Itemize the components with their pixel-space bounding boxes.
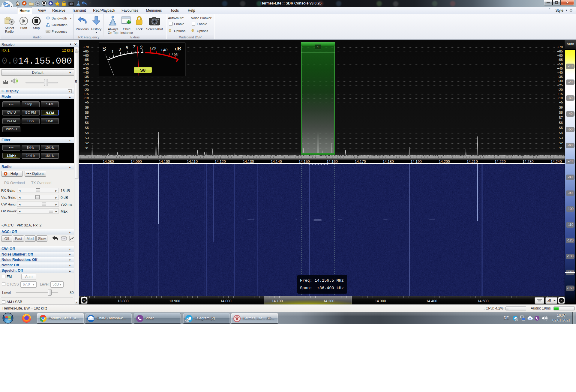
svg-text:+40: +40 [160,48,167,52]
svg-text:2: 2 [186,319,188,322]
svg-text:S: S [102,46,106,52]
svg-text:dB: dB [175,46,181,52]
svg-text:S8: S8 [140,67,146,73]
svg-text:3: 3 [118,47,121,52]
svg-text:5: 5 [126,45,128,50]
svg-text:7: 7 [133,44,136,49]
svg-text:+20: +20 [149,46,156,50]
svg-text:9: 9 [140,45,142,49]
svg-text:+60: +60 [171,52,178,56]
svg-text:2: 2 [516,319,517,321]
svg-text:1: 1 [111,49,114,54]
